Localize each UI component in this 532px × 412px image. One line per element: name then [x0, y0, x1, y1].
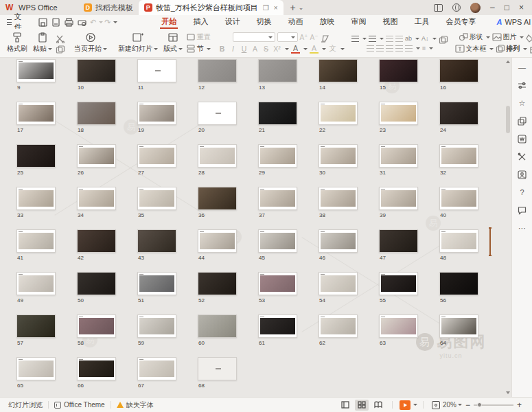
highlight-button[interactable]: A — [310, 44, 319, 54]
tab-close-icon[interactable]: × — [274, 4, 278, 12]
slide-sorter-canvas[interactable]: 易 易 易 易 易 易 易图网 yitu.cn 9101112131415161… — [0, 58, 505, 397]
slide-thumbnail-41[interactable] — [16, 229, 56, 253]
slide-thumbnail-18[interactable] — [77, 102, 116, 125]
increase-indent-icon[interactable] — [395, 36, 403, 42]
play-from-current-button[interactable]: 当页开始 — [72, 32, 109, 54]
slide-thumbnail-68[interactable] — [198, 357, 237, 380]
slide-thumbnail-49[interactable] — [16, 272, 56, 295]
menu-tab-8[interactable]: 工具 — [406, 15, 437, 29]
menu-tab-3[interactable]: 切换 — [248, 15, 279, 29]
zoom-level[interactable]: 20% — [443, 401, 456, 409]
menu-tab-9[interactable]: 会员专享 — [437, 15, 484, 29]
char-spacing-button[interactable]: A — [251, 45, 259, 53]
slide-thumbnail-12[interactable] — [198, 59, 237, 82]
tab-restore-icon[interactable]: ❐ — [263, 4, 269, 12]
slide-thumbnail-53[interactable] — [258, 272, 297, 295]
print-icon[interactable] — [65, 18, 73, 27]
slide-thumbnail-65[interactable] — [16, 357, 56, 380]
slide-thumbnail-32[interactable] — [439, 144, 478, 168]
zoom-in-button[interactable]: + — [517, 400, 522, 410]
slide-thumbnail-26[interactable] — [77, 144, 116, 168]
export-icon[interactable] — [51, 18, 60, 27]
slide-thumbnail-20[interactable] — [198, 102, 237, 125]
menu-tab-7[interactable]: 视图 — [374, 15, 406, 29]
slide-thumbnail-27[interactable] — [137, 144, 176, 168]
tab-list-chevron-icon[interactable]: ⌄ — [299, 4, 304, 11]
slide-layout-button[interactable]: 版式 — [161, 32, 185, 54]
slide-thumbnail-59[interactable] — [137, 314, 176, 338]
undo-icon[interactable]: ↶ — [90, 18, 96, 27]
reading-view-button[interactable] — [371, 400, 385, 411]
slideshow-play-button[interactable] — [400, 400, 410, 410]
slide-thumbnail-34[interactable] — [77, 187, 116, 210]
slide-thumbnail-51[interactable] — [137, 272, 176, 295]
slide-thumbnail-24[interactable] — [439, 102, 478, 125]
underline-button[interactable]: U — [240, 45, 248, 53]
clear-format-icon[interactable] — [320, 33, 329, 41]
zoom-slider[interactable] — [474, 404, 513, 406]
slide-thumbnail-39[interactable] — [379, 187, 418, 210]
more-icon[interactable]: ⋯ — [518, 224, 527, 233]
slide-thumbnail-25[interactable] — [16, 144, 56, 168]
slide-thumbnail-31[interactable] — [379, 144, 418, 168]
slide-thumbnail-33[interactable] — [16, 187, 56, 210]
bold-button[interactable]: B — [218, 45, 227, 53]
scroll-up-icon[interactable] — [506, 60, 510, 63]
bullets-icon[interactable] — [351, 36, 359, 42]
normal-view-button[interactable] — [338, 400, 352, 411]
textbox-button[interactable]: 文本框 — [455, 44, 494, 54]
format-painter-button[interactable]: 格式刷 — [5, 32, 30, 54]
scrollbar-thumb[interactable] — [506, 106, 510, 133]
slide-thumbnail-16[interactable] — [439, 59, 478, 82]
slide-thumbnail-43[interactable] — [137, 229, 176, 253]
slide-size-icon[interactable] — [529, 45, 532, 53]
new-slide-button[interactable]: 新建幻灯片 — [116, 32, 160, 54]
slide-thumbnail-63[interactable] — [379, 314, 418, 338]
slide-thumbnail-28[interactable] — [198, 144, 237, 168]
slide-thumbnail-44[interactable] — [198, 229, 237, 253]
menu-tab-1[interactable]: 插入 — [185, 15, 216, 29]
feedback-icon[interactable] — [518, 206, 527, 215]
slide-thumbnail-66[interactable] — [77, 357, 116, 380]
align-right-icon[interactable] — [386, 45, 393, 52]
section-button[interactable]: 节 — [186, 44, 211, 54]
slide-thumbnail-10[interactable] — [77, 59, 116, 82]
tools-icon[interactable] — [518, 152, 527, 161]
align-center-icon[interactable] — [376, 45, 384, 52]
line-spacing-icon[interactable] — [405, 45, 413, 52]
superscript-chevron-icon[interactable] — [285, 48, 289, 50]
menu-tab-4[interactable]: 动画 — [279, 15, 311, 29]
split-view-icon[interactable] — [434, 4, 443, 12]
vertical-scrollbar[interactable] — [505, 58, 511, 397]
slide-thumbnail-35[interactable] — [137, 187, 176, 210]
docer-panel-icon[interactable] — [518, 135, 527, 144]
slide-thumbnail-38[interactable] — [319, 187, 358, 210]
slide-thumbnail-23[interactable] — [379, 102, 418, 125]
arrange-button[interactable]: 排列 — [496, 44, 527, 54]
superscript-button[interactable]: X² — [273, 45, 281, 53]
font-size-combo[interactable] — [277, 32, 298, 42]
slide-thumbnail-36[interactable] — [198, 187, 237, 210]
slide-thumbnail-19[interactable] — [137, 102, 176, 125]
slide-thumbnail-14[interactable] — [319, 59, 358, 82]
slide-thumbnail-48[interactable] — [439, 229, 478, 253]
convert-smartart-icon[interactable] — [439, 34, 448, 43]
slide-thumbnail-40[interactable] — [439, 187, 478, 210]
collapse-panel-icon[interactable]: — — [518, 63, 527, 72]
wps-ai-button[interactable]: A WPS AI — [496, 18, 531, 26]
doc-tab-presentation[interactable]: P 牧笛_万科长沙紫台样板间项目 ❐ × — [139, 0, 284, 15]
shapes-button[interactable]: 形状 — [459, 32, 490, 42]
globe-icon[interactable] — [452, 3, 461, 12]
new-tab-button[interactable]: + — [290, 2, 296, 13]
decrease-font-icon[interactable]: A⁻ — [310, 34, 319, 41]
align-left-icon[interactable] — [367, 45, 374, 52]
font-name-combo[interactable] — [233, 32, 275, 42]
slide-thumbnail-15[interactable] — [379, 59, 418, 82]
slide-thumbnail-22[interactable] — [319, 102, 358, 125]
font-color-chevron-icon[interactable] — [303, 48, 308, 50]
redo-icon[interactable]: ↷ — [104, 18, 111, 27]
slide-thumbnail-62[interactable] — [319, 314, 358, 338]
slide-thumbnail-56[interactable] — [439, 272, 478, 295]
slide-thumbnail-60[interactable] — [198, 314, 237, 338]
slide-thumbnail-45[interactable] — [258, 229, 297, 253]
